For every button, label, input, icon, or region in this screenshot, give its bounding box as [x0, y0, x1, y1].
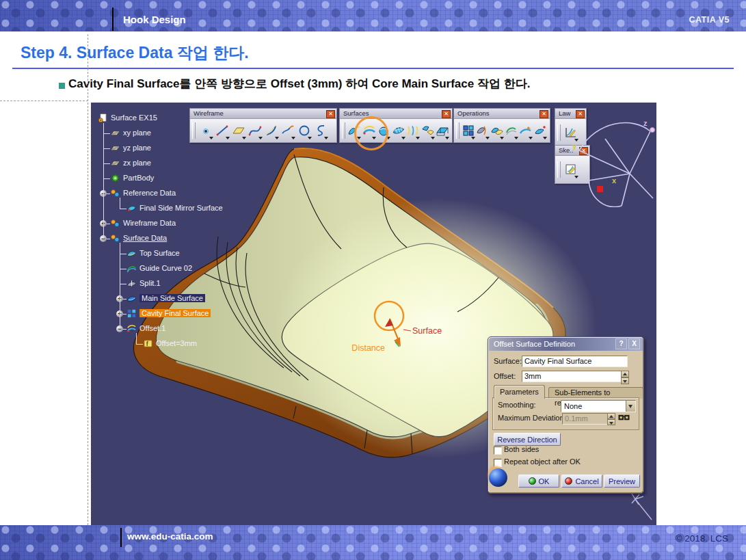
toolbar-grip[interactable] — [557, 161, 561, 178]
close-icon[interactable] — [539, 110, 548, 118]
compass[interactable]: z y x — [570, 115, 662, 207]
tree-item-cavity-final-surface[interactable]: +Cavity Final Surface — [98, 306, 269, 321]
tree-item-label: Surface EX15 — [111, 114, 157, 122]
extrude-icon[interactable] — [436, 122, 450, 139]
chevron-down-icon[interactable] — [500, 137, 504, 139]
toolbar-grip[interactable] — [456, 122, 459, 139]
chevron-down-icon[interactable] — [242, 137, 246, 139]
blend-icon[interactable] — [421, 122, 435, 139]
join-glyph — [462, 124, 475, 137]
tree-item-zx-plane[interactable]: zx plane — [98, 156, 269, 171]
join-icon[interactable] — [462, 122, 476, 139]
spline-icon[interactable] — [247, 122, 263, 139]
tree-item-offset-1[interactable]: −Offset.1 — [98, 321, 269, 336]
preview-button[interactable]: Preview — [604, 475, 640, 488]
tree-item-label: Final Side Mirror Surface — [139, 204, 223, 212]
toolbar-grip[interactable] — [557, 124, 561, 141]
connect-icon[interactable] — [280, 122, 296, 139]
placeholder-border-top — [0, 101, 88, 101]
tab-parameters[interactable]: Parameters — [494, 385, 545, 399]
toolbar-grip[interactable] — [192, 122, 196, 139]
tree-item-wireframe-data[interactable]: +Wireframe Data — [98, 216, 269, 231]
chevron-down-icon[interactable] — [209, 137, 213, 139]
offset-input[interactable]: 3mm — [522, 371, 625, 382]
chevron-down-icon[interactable] — [626, 401, 635, 412]
ok-icon — [529, 477, 536, 485]
toolbar-operations-titlebar[interactable]: Operations — [454, 109, 550, 119]
catia-viewport[interactable]: Surface Distance Surface EX15xy planeyz … — [91, 103, 656, 525]
deviation-measure-icon[interactable] — [618, 411, 630, 423]
help-icon[interactable]: ? — [615, 338, 627, 349]
header-divider — [112, 8, 114, 31]
chevron-down-icon[interactable] — [324, 137, 328, 139]
chevron-down-icon[interactable] — [471, 137, 475, 139]
point-glyph — [199, 124, 213, 137]
tree-item-main-side-surface[interactable]: +Main Side Surface — [98, 291, 269, 306]
toolbar-wireframe-titlebar[interactable]: Wireframe — [190, 109, 336, 119]
chevron-down-icon[interactable] — [485, 137, 490, 139]
split-icon[interactable] — [476, 122, 490, 139]
tree-item-reference-data[interactable]: −Reference Data — [98, 186, 269, 201]
offset-spinner[interactable] — [621, 371, 629, 382]
near-icon[interactable] — [533, 122, 548, 139]
toolbar-operations[interactable]: Operations — [453, 108, 550, 143]
point-icon[interactable] — [198, 122, 214, 139]
cancel-button[interactable]: Cancel — [561, 475, 602, 488]
offset-surface-dialog[interactable]: Offset Surface Definition ? X Surface: C… — [488, 336, 644, 494]
extract-icon[interactable] — [519, 122, 533, 139]
chevron-down-icon[interactable] — [514, 137, 518, 139]
tree-item-surface-data[interactable]: −Surface Data — [98, 231, 269, 246]
preview-label: Preview — [609, 477, 635, 485]
brand-label: CATIA V5 — [689, 15, 730, 25]
toolbar-wireframe[interactable]: Wireframe — [189, 108, 337, 143]
tree-item-guide-curve-02[interactable]: Guide Curve 02 — [98, 261, 269, 276]
tree-item-offset-3mm[interactable]: Offset=3mm — [98, 336, 269, 351]
circle-icon[interactable] — [296, 122, 312, 139]
tree-item-top-surface[interactable]: Top Surface — [98, 246, 269, 261]
tree-item-label: Reference Data — [123, 189, 176, 197]
website-link[interactable]: www.edu-catia.com — [127, 531, 213, 542]
chevron-down-icon[interactable] — [308, 137, 312, 139]
close-icon[interactable]: X — [628, 338, 640, 349]
surface-input[interactable]: Cavity Final Surface — [522, 356, 628, 367]
tree-item-yz-plane[interactable]: yz plane — [98, 141, 269, 156]
tree-item-final-side-mirror-surface[interactable]: Final Side Mirror Surface — [98, 201, 269, 216]
close-icon[interactable] — [326, 110, 335, 118]
spiral-icon[interactable] — [312, 122, 329, 139]
chevron-down-icon[interactable] — [431, 137, 435, 139]
trim-icon[interactable] — [490, 122, 505, 139]
chevron-down-icon[interactable] — [291, 137, 295, 139]
line-icon[interactable] — [214, 122, 230, 139]
tree-item-partbody[interactable]: PartBody — [98, 171, 269, 186]
chevron-down-icon[interactable] — [445, 137, 449, 139]
chevron-down-icon[interactable] — [226, 137, 230, 139]
chevron-down-icon[interactable] — [401, 137, 405, 139]
tree-connector — [120, 284, 126, 284]
toolbar-surfaces-titlebar[interactable]: Surfaces — [340, 109, 452, 119]
chevron-down-icon[interactable] — [416, 137, 420, 139]
spline-glyph — [248, 124, 262, 137]
tree-item-split-1[interactable]: Split.1 — [98, 276, 269, 291]
compass-privileged-plane[interactable] — [597, 186, 603, 192]
close-icon[interactable] — [442, 110, 451, 118]
boundary-icon[interactable] — [505, 122, 519, 139]
chevron-down-icon[interactable] — [543, 137, 547, 139]
header-banner: Hook Design CATIA V5 — [0, 0, 746, 31]
chevron-down-icon[interactable] — [258, 137, 263, 139]
toolbar-grip[interactable] — [342, 122, 345, 139]
chevron-down-icon[interactable] — [275, 137, 279, 139]
fill-icon[interactable] — [391, 122, 405, 139]
chevron-down-icon[interactable] — [529, 137, 533, 139]
tree-item-label: zx plane — [123, 159, 151, 167]
mirror-icon — [126, 203, 137, 213]
both-sides-checkbox[interactable] — [494, 446, 502, 455]
spec-tree[interactable]: Surface EX15xy planeyz planezx planePart… — [98, 111, 269, 360]
plane-icon[interactable] — [230, 122, 247, 139]
partbody-icon — [110, 173, 120, 183]
tree-item-label: Main Side Surface — [139, 294, 205, 302]
ok-button[interactable]: OK — [518, 475, 559, 488]
corner-icon[interactable] — [263, 122, 280, 139]
compass-z-dot — [650, 128, 655, 133]
loft-icon[interactable] — [406, 122, 421, 139]
reverse-direction-button[interactable]: Reverse Direction — [494, 433, 561, 446]
